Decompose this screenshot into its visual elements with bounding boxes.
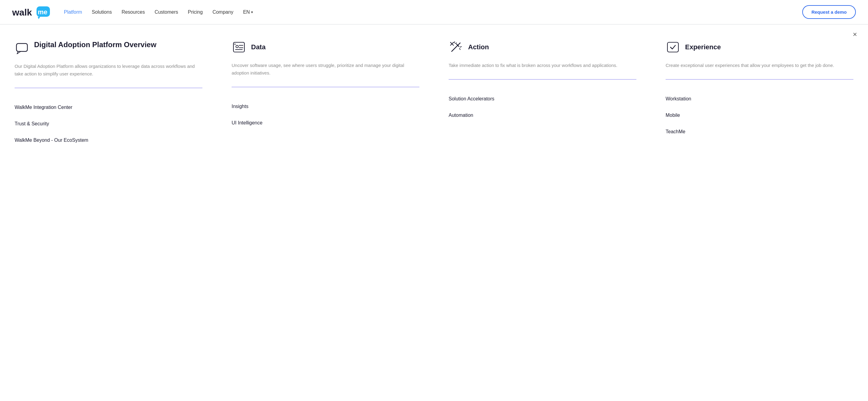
nav-links: Platform Solutions Resources Customers P… [64, 9, 802, 15]
action-menu: Solution Accelerators Automation [448, 91, 637, 124]
svg-rect-21 [668, 42, 678, 52]
nav-platform[interactable]: Platform [64, 9, 82, 15]
svg-line-18 [460, 49, 460, 50]
svg-text:me: me [38, 8, 48, 16]
experience-icon [665, 40, 680, 55]
lang-selector[interactable]: EN ▾ [243, 9, 253, 15]
overview-description: Our Digital Adoption Platform allows org… [14, 63, 203, 78]
action-description: Take immediate action to fix what is bro… [448, 62, 637, 69]
overview-title: Digital Adoption Platform Overview [34, 40, 156, 49]
data-menu: Insights UI Intelligence [231, 98, 420, 131]
experience-menu: Workstation Mobile TeachMe [665, 91, 854, 140]
workstation-link[interactable]: Workstation [665, 91, 854, 107]
svg-line-13 [458, 43, 460, 45]
svg-line-16 [455, 43, 457, 43]
overview-header: Digital Adoption Platform Overview [14, 40, 203, 55]
chat-bubble-icon [14, 40, 29, 55]
ui-intelligence-link[interactable]: UI Intelligence [231, 115, 420, 131]
nav-resources[interactable]: Resources [121, 9, 145, 15]
solution-accelerators-link[interactable]: Solution Accelerators [448, 91, 637, 107]
svg-line-15 [454, 42, 455, 43]
svg-rect-6 [234, 42, 244, 52]
experience-divider [665, 79, 854, 80]
mobile-link[interactable]: Mobile [665, 107, 854, 124]
action-icon [448, 40, 463, 55]
request-demo-button[interactable]: Request a demo [802, 5, 856, 19]
action-column: Action Take immediate action to fix what… [434, 25, 651, 201]
action-header: Action [448, 40, 637, 55]
action-divider [448, 79, 637, 80]
action-title: Action [468, 43, 489, 51]
navbar: walk me Platform Solutions Resources Cus… [0, 0, 868, 24]
nav-pricing[interactable]: Pricing [188, 9, 203, 15]
close-button[interactable]: × [853, 30, 857, 39]
experience-title: Experience [685, 43, 721, 51]
overview-divider [14, 88, 203, 88]
nav-solutions[interactable]: Solutions [92, 9, 112, 15]
trust-security-link[interactable]: Trust & Security [14, 116, 203, 132]
data-column: Data Uncover software usage, see where u… [217, 25, 434, 201]
logo[interactable]: walk me [12, 5, 52, 20]
overview-column: Digital Adoption Platform Overview Our D… [0, 25, 217, 201]
nav-company[interactable]: Company [212, 9, 233, 15]
nav-customers[interactable]: Customers [155, 9, 178, 15]
overview-menu: WalkMe Integration Center Trust & Securi… [14, 99, 203, 149]
data-title: Data [251, 43, 266, 51]
svg-marker-5 [17, 52, 21, 54]
data-header: Data [231, 40, 420, 55]
ecosystem-link[interactable]: WalkMe Beyond - Our EcoSystem [14, 132, 203, 149]
experience-column: Experience Create exceptional user exper… [651, 25, 868, 201]
svg-line-12 [452, 45, 458, 52]
chevron-down-icon: ▾ [251, 10, 253, 14]
svg-marker-3 [38, 17, 40, 19]
experience-description: Create exceptional user experiences that… [665, 62, 854, 69]
experience-header: Experience [665, 40, 854, 55]
integration-center-link[interactable]: WalkMe Integration Center [14, 99, 203, 116]
teachme-link[interactable]: TeachMe [665, 124, 854, 140]
svg-rect-4 [17, 43, 27, 52]
platform-dropdown: × Digital Adoption Platform Overview Our… [0, 24, 868, 201]
data-icon [231, 40, 246, 55]
svg-text:walk: walk [12, 7, 32, 17]
svg-line-17 [460, 47, 461, 47]
data-divider [231, 87, 420, 87]
data-description: Uncover software usage, see where users … [231, 62, 420, 77]
svg-point-7 [236, 45, 238, 48]
automation-link[interactable]: Automation [448, 107, 637, 124]
insights-link[interactable]: Insights [231, 98, 420, 115]
